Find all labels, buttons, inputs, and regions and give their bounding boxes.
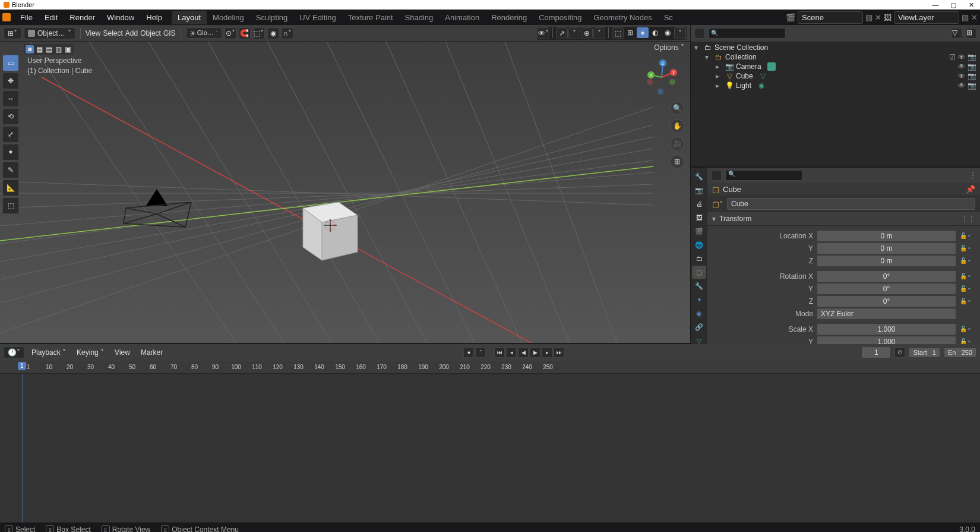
properties-options-icon[interactable]: ⋮ [969,171,976,180]
overlay-dropdown[interactable]: ˅ [593,27,605,39]
properties-tab-particles[interactable]: ✦ [692,293,706,306]
outliner-new-collection[interactable]: ⊞ [966,28,976,39]
pivot-point-dropdown[interactable]: ⊙˅ [225,27,236,39]
timeline-menu-keying[interactable]: Keying ˅ [73,347,108,358]
properties-tab-render[interactable]: 📷 [692,184,706,197]
shading-rendered[interactable]: ◉ [662,27,674,38]
autokey-toggle[interactable]: ● [463,347,474,358]
scene-delete-icon[interactable]: ✕ [875,13,881,22]
viewlayer-delete-icon[interactable]: ✕ [971,13,978,22]
overlay-toggle[interactable]: ⊕ [581,27,593,39]
playhead-frame-label[interactable]: 1 [18,362,26,370]
select-mode-intersect[interactable]: ▣ [64,45,72,53]
tool-cursor[interactable]: ✥ [2,73,19,89]
play-reverse[interactable]: ◀ [518,347,529,358]
timeline-menu-playback[interactable]: Playback ˅ [28,347,69,358]
gizmo-toggle[interactable]: ↗ [556,27,568,39]
camera-disable-toggle[interactable]: 📷 [968,62,976,71]
viewlayer-browse-icon[interactable]: 🖼 [884,13,892,22]
location-z-lock[interactable]: 🔓 [960,257,967,265]
location-z-field[interactable]: 0 m [817,255,956,267]
window-maximize-button[interactable]: ▢ [944,0,962,10]
camera-object[interactable] [121,184,198,238]
shading-material[interactable]: ◐ [649,27,661,38]
tool-annotate[interactable]: ✎ [2,162,19,178]
transform-orientation-dropdown[interactable]: ⚹ Glo… ˅ [186,27,222,39]
breadcrumb-object-name[interactable]: Cube [723,185,741,194]
viewport-menu-add[interactable]: Add [125,29,138,37]
rotation-y-field[interactable]: 0° [817,283,956,295]
jump-to-start[interactable]: ⏮ [494,347,505,358]
select-mode-extend[interactable]: ▦ [35,45,43,53]
interaction-mode-dropdown[interactable]: Object… ˅ [24,27,75,39]
outliner-filter-dropdown[interactable]: ▽ [951,28,962,39]
menu-render[interactable]: Render [64,11,101,24]
jump-prev-keyframe[interactable]: ◂ [506,347,517,358]
properties-tab-tool[interactable]: 🔧 [692,170,706,183]
proportional-edit-toggle[interactable]: ◉ [267,27,279,39]
outliner-collection[interactable]: ▾🗀 Collection ☑👁📷 [694,52,976,62]
select-mode-set[interactable]: ■ [26,45,34,53]
snap-toggle[interactable]: 🧲 [239,27,251,39]
properties-tab-constraints[interactable]: 🔗 [692,320,706,333]
object-name-field[interactable]: Cube [727,198,975,210]
properties-tab-scene[interactable]: 🎬 [692,225,706,238]
workspace-tab-geometrynodes[interactable]: Geometry Nodes [587,11,657,24]
outliner-item-light[interactable]: ▸💡 Light ◉ 👁📷 [694,81,976,90]
light-hide-toggle[interactable]: 👁 [958,81,965,90]
tool-transform[interactable]: ✦ [2,144,19,160]
viewport-menu-select[interactable]: Select [103,29,122,37]
preview-range-toggle[interactable]: ⏱ [894,347,905,358]
tool-measure[interactable]: 📐 [2,180,19,196]
frame-start-field[interactable]: Start 1 [909,347,940,358]
scene-browse-icon[interactable]: 🎬 [786,13,795,22]
tool-scale[interactable]: ⤢ [2,126,19,143]
proportional-falloff-dropdown[interactable]: ∩˅ [282,27,293,39]
workspace-tab-texturepaint[interactable]: Texture Paint [342,11,399,24]
menu-window[interactable]: Window [101,11,140,24]
tool-select-box[interactable]: ▭ [2,55,19,71]
viewlayer-new-icon[interactable]: ▧ [962,13,969,22]
location-x-field[interactable]: 0 m [817,230,956,242]
pan-icon[interactable]: ✋ [670,119,684,133]
workspace-tab-shading[interactable]: Shading [399,11,440,24]
workspace-tab-uvediting[interactable]: UV Editing [293,11,342,24]
window-close-button[interactable]: ✕ [962,0,980,10]
xray-toggle[interactable]: ⬚ [612,27,624,39]
outliner-item-cube[interactable]: ▸▽ Cube ▽ 👁📷 [694,71,976,81]
scale-x-field[interactable]: 1.000 [817,323,956,335]
autokey-dropdown[interactable]: ˅ [475,347,486,358]
blender-icon[interactable] [2,13,11,21]
rotation-x-lock[interactable]: 🔓 [960,273,967,280]
scale-x-lock[interactable]: 🔓 [960,326,967,333]
jump-next-keyframe[interactable]: ▸ [542,347,552,358]
pin-icon[interactable]: 📌 [966,185,975,194]
rotation-y-lock[interactable]: 🔓 [960,285,967,292]
shading-wireframe[interactable]: ⊞ [624,27,636,38]
properties-editor-type[interactable] [711,170,722,181]
outliner-search[interactable] [709,28,786,39]
object-visibility-dropdown[interactable]: 👁˅ [538,27,549,39]
camera-view-icon[interactable]: 🎥 [670,137,684,151]
workspace-tab-compositing[interactable]: Compositing [533,11,587,24]
properties-tab-output[interactable]: 🖨 [692,197,706,210]
viewport-menu-view[interactable]: View [86,29,101,37]
navigation-gizmo[interactable]: X Y Z [643,58,681,96]
editor-type-dropdown[interactable]: ⊞˅ [4,27,21,39]
properties-tab-collection[interactable]: 🗀 [692,252,706,265]
properties-search[interactable] [725,170,802,181]
collection-exclude-toggle[interactable]: ☑ [949,53,956,61]
workspace-tab-animation[interactable]: Animation [439,11,485,24]
location-y-field[interactable]: 0 m [817,243,956,254]
rotation-z-lock[interactable]: 🔓 [960,298,967,305]
perspective-toggle-icon[interactable]: ⊞ [670,155,684,169]
snap-dropdown[interactable]: ⬚˅ [253,27,265,39]
timeline-body[interactable] [0,374,980,522]
3d-viewport[interactable]: ■ ▦ ▤ ▥ ▣ User Perspective (1) Collectio… [0,42,690,343]
cube-hide-toggle[interactable]: 👁 [958,72,965,80]
workspace-tab-layout[interactable]: Layout [172,11,207,24]
tool-move[interactable]: ↔ [2,90,19,107]
menu-edit[interactable]: Edit [39,11,64,24]
viewport-menu-gis[interactable]: GIS [163,29,176,37]
properties-tab-object[interactable]: ▢ [692,266,706,279]
